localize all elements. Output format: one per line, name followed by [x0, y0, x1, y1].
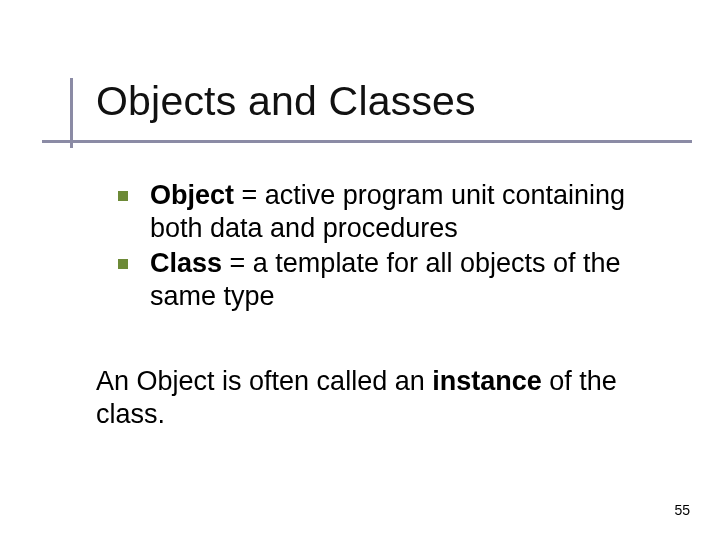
bullet-term: Class — [150, 248, 222, 278]
slide: Objects and Classes Object = active prog… — [0, 0, 720, 540]
title-rule — [42, 140, 692, 143]
paragraph-bold: instance — [432, 366, 542, 396]
paragraph-pre: An Object is often called an — [96, 366, 432, 396]
slide-title: Objects and Classes — [96, 78, 720, 125]
bullet-square-icon — [118, 191, 128, 201]
bullet-term: Object — [150, 180, 234, 210]
slide-body: Object = active program unit containing … — [0, 143, 720, 431]
bullet-square-icon — [118, 259, 128, 269]
page-number: 55 — [674, 502, 690, 518]
paragraph: An Object is often called an instance of… — [96, 365, 684, 431]
title-wrap: Objects and Classes — [0, 0, 720, 143]
bullet-item: Class = a template for all objects of th… — [116, 247, 684, 313]
bullet-item: Object = active program unit containing … — [116, 179, 684, 245]
bullet-list: Object = active program unit containing … — [116, 179, 684, 313]
